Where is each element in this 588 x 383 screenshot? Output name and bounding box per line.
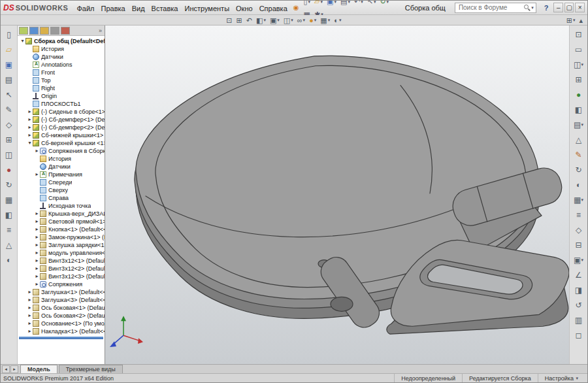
configuration-caret-icon[interactable]: ▾ [576, 376, 578, 381]
left-toolbar-icon[interactable]: ◇ [2, 117, 16, 132]
tree-item[interactable]: Справа [18, 194, 105, 202]
right-toolbar-icon[interactable]: ⊡ [572, 27, 586, 42]
tree-item[interactable]: ▸Заглушка<3> (Default<<Default> [18, 296, 105, 304]
left-toolbar-icon[interactable]: ▣ [2, 57, 16, 72]
dropdown-caret-icon[interactable]: ▾ [581, 258, 583, 263]
displaymanager-tab[interactable] [61, 27, 70, 35]
tree-item[interactable]: ▸Винт3x12<3> (Default<<Default [18, 273, 105, 280]
right-toolbar-icon[interactable]: ▣▾ [572, 252, 586, 267]
tab-model[interactable]: Модель [20, 365, 57, 373]
expander-icon[interactable]: ▸ [34, 266, 40, 271]
expander-icon[interactable]: ▸ [34, 274, 40, 279]
tree-item[interactable]: Сверху [18, 186, 105, 194]
right-toolbar-icon[interactable]: ◫▾ [572, 57, 586, 72]
rebuild-icon[interactable]: ↻▾ [378, 0, 391, 8]
tree-item[interactable]: ▸Кнопка<1> (Default<<Default> [18, 225, 105, 233]
menu-insert[interactable]: Вставка [148, 3, 182, 14]
right-toolbar-icon[interactable]: ◨ [572, 282, 586, 297]
tab-scroll-left-icon[interactable]: ◂ [2, 365, 10, 373]
tree-item[interactable]: ▸Ось боковая<1> (Default<<Defaul [18, 304, 105, 312]
right-toolbar-icon[interactable]: ◻ [572, 327, 586, 342]
left-toolbar-icon[interactable]: ◧ [2, 207, 16, 222]
search-box[interactable]: ▾ [455, 3, 536, 13]
model-viewport[interactable] [105, 25, 569, 364]
expander-icon[interactable]: ▸ [27, 305, 33, 310]
dropdown-caret-icon[interactable]: ▾ [581, 62, 583, 67]
left-toolbar-icon[interactable]: ↻ [2, 177, 16, 192]
tree-item[interactable]: ▾Сб-верхней крышки <1> (По умол [18, 139, 105, 147]
tree-item[interactable]: ▸(-) Сб-демпфер<2> (Default<Defau [18, 124, 105, 131]
expander-icon[interactable]: ▸ [34, 235, 40, 240]
tree-item[interactable]: Датчики [18, 53, 105, 61]
dropdown-caret-icon[interactable]: ▾ [334, 0, 336, 5]
right-toolbar-icon[interactable]: ≡ [572, 207, 586, 222]
toolbar-options-icon[interactable]: ⊞▾ [564, 14, 578, 26]
dropdown-caret-icon[interactable]: ▾ [263, 18, 266, 23]
tree-item[interactable]: ▸Заглушка зарядки<1> -> (По ум [18, 241, 105, 249]
expander-icon[interactable]: ▸ [34, 211, 40, 216]
right-toolbar-icon[interactable]: ◇ [572, 222, 586, 237]
left-toolbar-icon[interactable]: ↖ [2, 87, 16, 102]
tree-item[interactable]: ▸Накладка<1> (Default<<Default> [18, 327, 105, 335]
expander-icon[interactable]: ▸ [27, 133, 33, 138]
close-button[interactable]: × [575, 3, 585, 12]
expander-icon[interactable]: ▸ [27, 313, 33, 318]
tree-item[interactable]: Front [18, 69, 105, 76]
left-toolbar-icon[interactable]: ▦ [2, 192, 16, 207]
expander-icon[interactable]: ▸ [27, 109, 33, 114]
left-toolbar-icon[interactable]: ◫ [2, 147, 16, 162]
tree-item[interactable]: История [18, 155, 105, 163]
select-icon[interactable]: ↖▾ [365, 0, 378, 8]
tree-item[interactable]: ▸Ось боковая<2> (Default<<Defaul [18, 312, 105, 320]
menu-tools[interactable]: Инструменты [181, 3, 233, 14]
tree-item[interactable]: Annotations [18, 61, 105, 69]
tab-scroll-right-icon[interactable]: ▸ [10, 365, 18, 373]
dropdown-caret-icon[interactable]: ▾ [348, 0, 350, 5]
expander-icon[interactable]: ▸ [27, 321, 33, 326]
dropdown-caret-icon[interactable]: ▾ [361, 0, 363, 5]
tree-item[interactable]: ▸Сопряжения [18, 280, 105, 288]
tree-item[interactable]: ▸Винт3x12<1> (Default<<Default [18, 257, 105, 265]
tree-item[interactable]: Right [18, 84, 105, 92]
open-folder-icon[interactable]: ▱▾ [312, 0, 325, 8]
tree-item[interactable]: История [18, 45, 105, 53]
left-toolbar-icon[interactable]: ✎ [2, 102, 16, 117]
right-toolbar-icon[interactable]: ↻ [572, 162, 586, 177]
tree-item[interactable]: ▸(-) Сиденье в сборе<1> (По умолча [18, 108, 105, 116]
pin-menu-icon[interactable]: ◉ [291, 4, 302, 11]
left-toolbar-icon[interactable]: ▤ [2, 72, 16, 87]
dropdown-caret-icon[interactable]: ▾ [581, 122, 583, 127]
right-toolbar-icon[interactable]: ● [572, 87, 586, 102]
tree-item[interactable]: ▸Крышка-верх_ДИЗАЙН ПРИНЯ [18, 210, 105, 218]
left-toolbar-icon[interactable]: ▯ [2, 27, 16, 42]
expander-icon[interactable]: ▸ [34, 282, 40, 287]
menu-edit[interactable]: Правка [98, 3, 129, 14]
menu-view[interactable]: Вид [129, 3, 148, 14]
previous-view-icon[interactable]: ↶ [244, 14, 254, 26]
tab-3d-views[interactable]: Трехмерные виды [59, 365, 123, 373]
right-toolbar-icon[interactable]: ⊞ [572, 72, 586, 87]
search-input[interactable] [457, 3, 524, 12]
tree-item[interactable]: ▸Винт3x12<2> (Default<<Default [18, 265, 105, 273]
collapse-toolbar-icon[interactable]: ▴ [577, 14, 585, 26]
right-toolbar-icon[interactable]: ◐ [572, 177, 586, 192]
view-orientation-icon[interactable]: ▣▾ [268, 14, 282, 26]
dropdown-caret-icon[interactable]: ▾ [314, 18, 317, 23]
help-button[interactable]: ? [540, 4, 553, 12]
dropdown-caret-icon[interactable]: ▾ [339, 18, 342, 23]
dropdown-caret-icon[interactable]: ▾ [308, 0, 311, 5]
undo-icon[interactable]: ↶▾ [352, 0, 365, 8]
print-icon[interactable]: ▤▾ [338, 0, 352, 8]
tree-item[interactable]: ▸Сопряжения в Сборка общ [18, 147, 105, 155]
featuremanager-tab[interactable] [19, 27, 28, 35]
search-caret-icon[interactable]: ▾ [531, 5, 534, 10]
left-toolbar-icon[interactable]: ◐ [2, 252, 16, 267]
dropdown-caret-icon[interactable]: ▾ [374, 0, 376, 5]
expander-icon[interactable]: ▸ [34, 172, 40, 177]
view-settings-icon[interactable]: ◐▾ [332, 14, 343, 26]
left-toolbar-icon[interactable]: ▱ [2, 42, 16, 57]
tree-item[interactable]: Origin [18, 92, 105, 100]
tree-item[interactable]: ▸Световой прямой<1> (Default< [18, 218, 105, 225]
display-style-icon[interactable]: ◫▾ [282, 14, 295, 26]
expander-icon[interactable]: ▸ [27, 290, 33, 295]
